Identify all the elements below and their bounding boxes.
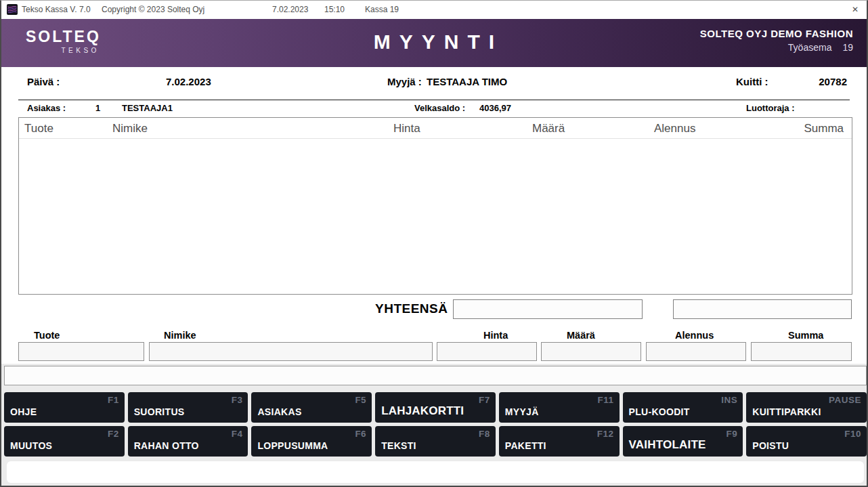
fkey-ohje-button[interactable]: OHJE F1 xyxy=(4,392,125,423)
fkey-label: LAHJAKORTTI xyxy=(381,404,464,418)
seller-value: TESTAAJA TIMO xyxy=(427,76,507,87)
sale-info-row: Päivä : 7.02.2023 Myyjä : TESTAAJA TIMO … xyxy=(1,67,867,100)
total-secondary-field[interactable] xyxy=(673,299,852,319)
app-icon xyxy=(7,4,18,15)
total-amount-field[interactable] xyxy=(453,299,643,319)
fkey-label: LOPPUSUMMA xyxy=(257,440,328,451)
fkey-shortcut: F11 xyxy=(598,395,614,405)
workstation-info: Työasema19 xyxy=(700,42,853,53)
quantity-field[interactable] xyxy=(541,342,641,361)
fkey-shortcut: INS xyxy=(721,395,737,405)
fkey-lahjakortti-button[interactable]: LAHJAKORTTI F7 xyxy=(375,392,496,423)
titlebar-date: 7.02.2023 xyxy=(272,5,308,14)
entry-label-alennus: Alennus xyxy=(675,330,714,341)
fkey-plu-koodit-button[interactable]: PLU-KOODIT INS xyxy=(623,392,743,423)
fkey-shortcut: F3 xyxy=(232,395,243,405)
total-label: YHTEENSÄ xyxy=(375,301,448,316)
product-name-field[interactable] xyxy=(149,342,433,361)
fkey-suoritus-button[interactable]: SUORITUS F3 xyxy=(128,392,248,423)
entry-label-hinta: Hinta xyxy=(483,330,508,341)
fkey-shortcut: F8 xyxy=(479,429,490,439)
titlebar-register: Kassa 19 xyxy=(365,5,399,14)
line-total-field[interactable] xyxy=(751,342,852,361)
entry-label-summa: Summa xyxy=(788,330,823,341)
workstation-number: 19 xyxy=(842,42,853,53)
customer-row: Asiakas : 1 TESTAAJA1 Velkasaldo : 4036,… xyxy=(1,100,867,117)
fkey-myyja-button[interactable]: MYYJÄ F11 xyxy=(499,392,620,423)
credit-limit-label: Luottoraja : xyxy=(746,103,795,113)
price-field[interactable] xyxy=(437,342,537,361)
fkey-label: OHJE xyxy=(10,406,37,417)
fkey-shortcut: F2 xyxy=(108,429,119,439)
app-header: SOLTEQ TEKSO MYYNTI SOLTEQ OYJ DEMO FASH… xyxy=(1,19,867,67)
fkey-shortcut: F6 xyxy=(355,429,366,439)
fkey-shortcut: F4 xyxy=(232,429,243,439)
fkey-label: PLU-KOODIT xyxy=(629,406,690,417)
column-header-tuote: Tuote xyxy=(24,122,53,135)
table-header-divider xyxy=(19,138,852,139)
discount-field[interactable] xyxy=(646,342,746,361)
receipt-label: Kuitti : xyxy=(736,76,768,87)
seller-label: Myyjä : xyxy=(387,76,422,87)
message-bar-field[interactable] xyxy=(4,366,867,385)
entry-label-maara: Määrä xyxy=(567,330,595,341)
fkey-shortcut: F5 xyxy=(355,395,366,405)
fkey-shortcut: F1 xyxy=(108,395,119,405)
fkey-label: SUORITUS xyxy=(134,406,185,417)
fkey-label: PAKETTI xyxy=(505,440,546,451)
fkey-shortcut: PAUSE xyxy=(829,395,861,405)
fkey-label: MUUTOS xyxy=(10,440,52,451)
fkey-label: ASIAKAS xyxy=(257,406,301,417)
fkey-rahan-otto-button[interactable]: RAHAN OTTO F4 xyxy=(128,426,248,457)
fkey-asiakas-button[interactable]: ASIAKAS F5 xyxy=(251,392,372,423)
fkey-muutos-button[interactable]: MUUTOS F2 xyxy=(4,426,125,457)
fkey-shortcut: F7 xyxy=(479,395,490,405)
pos-window: Tekso Kassa V. 7.0 Copyright © 2023 Solt… xyxy=(0,0,868,487)
store-name: SOLTEQ OYJ DEMO FASHION xyxy=(700,28,853,39)
column-header-nimike: Nimike xyxy=(112,122,148,135)
customer-name: TESTAAJA1 xyxy=(122,103,173,113)
items-table: Tuote Nimike Hinta Määrä Alennus Summa xyxy=(18,117,852,295)
window-title: Tekso Kassa V. 7.0 xyxy=(22,5,91,14)
fkey-kuittiparkki-button[interactable]: KUITTIPARKKI PAUSE xyxy=(746,392,867,423)
receipt-value: 20782 xyxy=(819,76,847,87)
fkey-paketti-button[interactable]: PAKETTI F12 xyxy=(499,426,620,457)
column-header-maara: Määrä xyxy=(532,122,565,135)
debt-balance-value: 4036,97 xyxy=(479,103,511,113)
entry-label-tuote: Tuote xyxy=(34,330,60,341)
date-value: 7.02.2023 xyxy=(166,76,211,87)
fkey-label: TEKSTI xyxy=(381,440,416,451)
fkey-teksti-button[interactable]: TEKSTI F8 xyxy=(375,426,496,457)
status-bar-field[interactable] xyxy=(7,461,864,483)
titlebar: Tekso Kassa V. 7.0 Copyright © 2023 Solt… xyxy=(1,1,867,19)
fkey-shortcut: F10 xyxy=(844,429,861,439)
customer-label: Asiakas : xyxy=(27,103,66,113)
close-icon[interactable]: ✕ xyxy=(852,5,859,14)
function-key-grid: OHJE F1 SUORITUS F3 ASIAKAS F5 LAHJAKORT… xyxy=(4,392,867,457)
store-info: SOLTEQ OYJ DEMO FASHION Työasema19 xyxy=(700,28,853,53)
fkey-label: VAIHTOLAITE xyxy=(629,438,706,452)
fkey-loppusumma-button[interactable]: LOPPUSUMMA F6 xyxy=(251,426,372,457)
fkey-label: RAHAN OTTO xyxy=(134,440,199,451)
fkey-label: MYYJÄ xyxy=(505,406,539,417)
fkey-shortcut: F12 xyxy=(597,429,614,439)
entry-label-nimike: Nimike xyxy=(164,330,196,341)
column-header-alennus: Alennus xyxy=(654,122,695,135)
debt-balance-label: Velkasaldo : xyxy=(414,103,465,113)
customer-number: 1 xyxy=(95,103,100,113)
workstation-label: Työasema xyxy=(788,42,832,53)
date-label: Päivä : xyxy=(27,76,60,87)
fkey-shortcut: F9 xyxy=(726,429,738,439)
fkey-vaihtolaite-button[interactable]: VAIHTOLAITE F9 xyxy=(623,426,743,457)
copyright-text: Copyright © 2023 Solteq Oyj xyxy=(102,5,204,14)
product-code-field[interactable] xyxy=(18,342,144,361)
fkey-poistu-button[interactable]: POISTU F10 xyxy=(746,426,867,457)
column-header-hinta: Hinta xyxy=(393,122,420,135)
column-header-summa: Summa xyxy=(804,122,844,135)
fkey-label: POISTU xyxy=(752,440,789,451)
fkey-label: KUITTIPARKKI xyxy=(752,406,821,417)
titlebar-time: 15:10 xyxy=(324,5,345,14)
